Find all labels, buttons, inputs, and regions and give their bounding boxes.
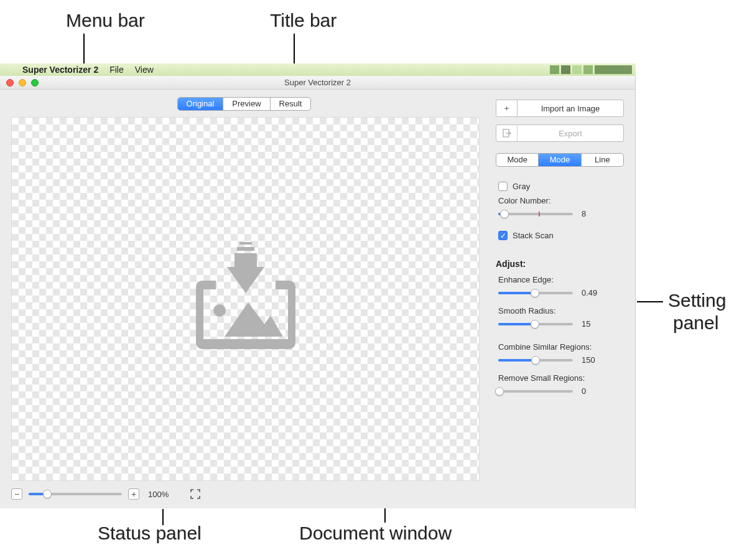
enhance-edge-slider[interactable]: [498, 292, 573, 294]
smooth-radius-slider[interactable]: [498, 323, 573, 325]
settings-panel: ＋ Import an Image Export Mode 1 Mode 2 L…: [492, 90, 635, 508]
annotation-document-window: Document window: [299, 523, 452, 544]
remove-value: 0: [582, 386, 599, 396]
tab-result[interactable]: Result: [271, 98, 311, 110]
combine-label: Combine Similar Regions:: [498, 342, 624, 352]
color-number-label: Color Number:: [498, 196, 624, 205]
fit-screen-icon[interactable]: [190, 488, 201, 500]
drop-image-icon: [183, 237, 308, 362]
annotation-setting-panel-1: Setting: [668, 290, 726, 311]
enhance-edge-value: 0.49: [582, 288, 599, 297]
smooth-radius-value: 15: [582, 319, 599, 329]
tab-original[interactable]: Original: [178, 98, 224, 110]
plus-icon: ＋: [496, 100, 518, 116]
menu-file[interactable]: File: [109, 65, 124, 75]
tab-line[interactable]: Line: [582, 154, 623, 166]
stack-scan-label: Stack Scan: [513, 231, 554, 240]
zoom-slider[interactable]: [29, 493, 122, 495]
mode-tabs: Mode 1 Mode 2 Line: [496, 153, 624, 167]
color-number-value: 8: [582, 209, 599, 218]
zoom-level: 100%: [148, 490, 169, 499]
menu-app-name[interactable]: Super Vectorizer 2: [22, 65, 98, 75]
color-number-slider[interactable]: [498, 213, 573, 215]
menu-bar: Super Vectorizer 2 File View: [0, 63, 636, 76]
annotation-status-panel: Status panel: [98, 523, 202, 544]
annotation-line: [83, 34, 85, 63]
svg-marker-5: [225, 302, 283, 337]
svg-marker-3: [227, 267, 264, 293]
app-window: Super Vectorizer 2 Original Preview Resu…: [0, 76, 636, 508]
adjust-title: Adjust:: [496, 259, 624, 269]
stack-scan-checkbox[interactable]: ✓: [498, 231, 508, 240]
export-button-label: Export: [518, 129, 623, 138]
menu-bar-status-icons: [550, 65, 632, 74]
tab-preview[interactable]: Preview: [223, 98, 270, 110]
export-icon: [496, 125, 518, 141]
remove-label: Remove Small Regions:: [498, 373, 624, 383]
annotation-setting-panel-2: panel: [673, 312, 718, 334]
combine-value: 150: [582, 355, 599, 365]
svg-rect-1: [237, 247, 254, 251]
import-button[interactable]: ＋ Import an Image: [496, 100, 624, 117]
gray-checkbox[interactable]: [498, 182, 508, 191]
combine-slider[interactable]: [498, 359, 573, 362]
import-button-label: Import an Image: [518, 104, 623, 113]
annotation-line: [162, 509, 164, 525]
tab-mode2[interactable]: Mode 2: [539, 154, 581, 166]
status-bar: − + 100%: [4, 481, 485, 503]
zoom-out-button[interactable]: −: [11, 488, 22, 500]
annotation-menu-bar: Menu bar: [66, 10, 145, 31]
menu-view[interactable]: View: [135, 65, 154, 75]
view-tabs: Original Preview Result: [177, 97, 312, 111]
smooth-radius-label: Smooth Radius:: [498, 306, 624, 315]
svg-rect-0: [239, 242, 252, 245]
svg-point-4: [213, 304, 226, 317]
enhance-edge-label: Enhance Edge:: [498, 275, 624, 284]
title-bar: Super Vectorizer 2: [0, 76, 635, 90]
zoom-in-button[interactable]: +: [128, 488, 139, 500]
gray-label: Gray: [513, 182, 530, 191]
remove-slider[interactable]: [498, 390, 573, 393]
svg-rect-2: [234, 253, 257, 267]
annotation-title-bar: Title bar: [270, 10, 337, 31]
document-canvas[interactable]: [11, 117, 480, 481]
window-title: Super Vectorizer 2: [0, 78, 635, 87]
export-button[interactable]: Export: [496, 124, 624, 142]
tab-mode1[interactable]: Mode 1: [496, 154, 539, 166]
annotation-line: [637, 301, 663, 302]
